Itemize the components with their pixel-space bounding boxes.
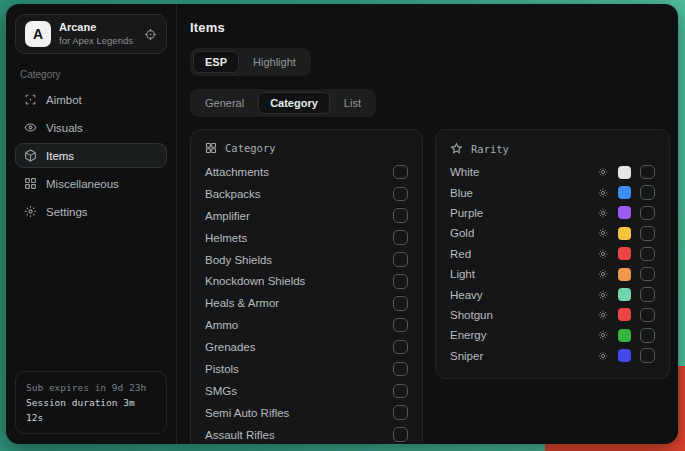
- rarity-checkbox[interactable]: [640, 185, 655, 200]
- category-checkbox[interactable]: [393, 340, 408, 355]
- category-label: Heals & Armor: [205, 297, 279, 309]
- category-panel: Category Attachments Backpacks Amplifier: [190, 129, 423, 444]
- app-name: Arcane: [59, 21, 133, 35]
- sidebar-item-aimbot[interactable]: Aimbot: [15, 87, 167, 112]
- rarity-checkbox[interactable]: [640, 287, 655, 302]
- sidebar-item-visuals[interactable]: Visuals: [15, 115, 167, 140]
- rarity-checkbox[interactable]: [640, 247, 655, 262]
- rarity-row: Heavy: [450, 284, 655, 304]
- category-row: Semi Auto Rifles: [205, 402, 408, 424]
- rarity-checkbox[interactable]: [640, 348, 655, 363]
- category-checkbox[interactable]: [393, 318, 408, 333]
- tab-esp[interactable]: ESP: [193, 51, 239, 73]
- page-title: Items: [190, 20, 670, 35]
- category-label: Backpacks: [205, 188, 261, 200]
- category-checkbox[interactable]: [393, 405, 408, 420]
- category-checkbox[interactable]: [393, 384, 408, 399]
- rarity-label: Red: [450, 248, 471, 260]
- rarity-label: Gold: [450, 227, 474, 239]
- category-row: Attachments: [205, 161, 408, 183]
- rarity-color-swatch[interactable]: [618, 349, 631, 362]
- rarity-color-swatch[interactable]: [618, 166, 631, 179]
- tab-category[interactable]: Category: [258, 92, 330, 114]
- crosshair-icon: [24, 93, 37, 106]
- rarity-checkbox[interactable]: [640, 308, 655, 323]
- view-tab-group: General Category List: [190, 89, 376, 117]
- app-subtitle: for Apex Legends: [59, 35, 133, 47]
- target-icon[interactable]: [144, 28, 157, 41]
- category-row: Assault Rifles: [205, 424, 408, 444]
- rarity-color-swatch[interactable]: [618, 308, 631, 321]
- gear-icon: [24, 205, 37, 218]
- rarity-label: Shotgun: [450, 309, 493, 321]
- category-label: Knockdown Shields: [205, 275, 305, 287]
- category-label: SMGs: [205, 385, 237, 397]
- rarity-label: Sniper: [450, 350, 483, 362]
- rarity-settings-gear-icon[interactable]: [597, 207, 609, 219]
- category-row: Pistols: [205, 358, 408, 380]
- category-row: Heals & Armor: [205, 292, 408, 314]
- category-row: Knockdown Shields: [205, 270, 408, 292]
- tab-general[interactable]: General: [193, 92, 256, 114]
- sidebar-section-label: Category: [20, 69, 162, 80]
- rarity-settings-gear-icon[interactable]: [597, 227, 609, 239]
- rarity-settings-gear-icon[interactable]: [597, 329, 609, 341]
- rarity-settings-gear-icon[interactable]: [597, 309, 609, 321]
- main-content: Items ESP Highlight General Category Lis…: [177, 4, 678, 444]
- category-checkbox[interactable]: [393, 187, 408, 202]
- sidebar-item-settings[interactable]: Settings: [15, 199, 167, 224]
- rarity-row: Light: [450, 264, 655, 284]
- rarity-label: Energy: [450, 329, 486, 341]
- rarity-settings-gear-icon[interactable]: [597, 248, 609, 260]
- tab-list[interactable]: List: [332, 92, 373, 114]
- rarity-settings-gear-icon[interactable]: [597, 268, 609, 280]
- sidebar-item-label: Items: [46, 150, 74, 162]
- rarity-label: White: [450, 166, 479, 178]
- rarity-color-swatch[interactable]: [618, 329, 631, 342]
- rarity-row: Blue: [450, 182, 655, 202]
- category-checkbox[interactable]: [393, 274, 408, 289]
- rarity-label: Heavy: [450, 289, 483, 301]
- rarity-color-swatch[interactable]: [618, 186, 631, 199]
- rarity-color-swatch[interactable]: [618, 288, 631, 301]
- rarity-checkbox[interactable]: [640, 165, 655, 180]
- rarity-checkbox[interactable]: [640, 206, 655, 221]
- sidebar-item-miscellaneous[interactable]: Miscellaneous: [15, 171, 167, 196]
- rarity-row: Shotgun: [450, 305, 655, 325]
- rarity-color-swatch[interactable]: [618, 247, 631, 260]
- rarity-label: Purple: [450, 207, 483, 219]
- rarity-checkbox[interactable]: [640, 328, 655, 343]
- rarity-settings-gear-icon[interactable]: [597, 289, 609, 301]
- sidebar-item-items[interactable]: Items: [15, 143, 167, 168]
- category-checkbox[interactable]: [393, 296, 408, 311]
- category-checkbox[interactable]: [393, 208, 408, 223]
- rarity-color-swatch[interactable]: [618, 206, 631, 219]
- rarity-settings-gear-icon[interactable]: [597, 350, 609, 362]
- rarity-settings-gear-icon[interactable]: [597, 166, 609, 178]
- rarity-checkbox[interactable]: [640, 226, 655, 241]
- rarity-row: Gold: [450, 223, 655, 243]
- category-checkbox[interactable]: [393, 230, 408, 245]
- rarity-label: Light: [450, 268, 475, 280]
- grid-icon: [24, 177, 37, 190]
- category-checkbox[interactable]: [393, 362, 408, 377]
- subscription-card: Sub expires in 9d 23h Session duration 3…: [15, 371, 167, 434]
- category-checkbox[interactable]: [393, 427, 408, 442]
- star-icon: [450, 142, 463, 155]
- rarity-color-swatch[interactable]: [618, 227, 631, 240]
- category-checkbox[interactable]: [393, 165, 408, 180]
- app-logo: A: [25, 21, 51, 47]
- rarity-label: Blue: [450, 187, 473, 199]
- rarity-checkbox[interactable]: [640, 267, 655, 282]
- tab-highlight[interactable]: Highlight: [241, 51, 308, 73]
- rarity-row: Energy: [450, 325, 655, 345]
- sidebar-item-label: Settings: [46, 206, 88, 218]
- category-checkbox[interactable]: [393, 252, 408, 267]
- category-label: Semi Auto Rifles: [205, 407, 289, 419]
- category-row: Body Shields: [205, 249, 408, 271]
- rarity-row: Purple: [450, 203, 655, 223]
- rarity-panel-title: Rarity: [471, 143, 509, 155]
- rarity-color-swatch[interactable]: [618, 268, 631, 281]
- category-label: Helmets: [205, 232, 247, 244]
- rarity-settings-gear-icon[interactable]: [597, 187, 609, 199]
